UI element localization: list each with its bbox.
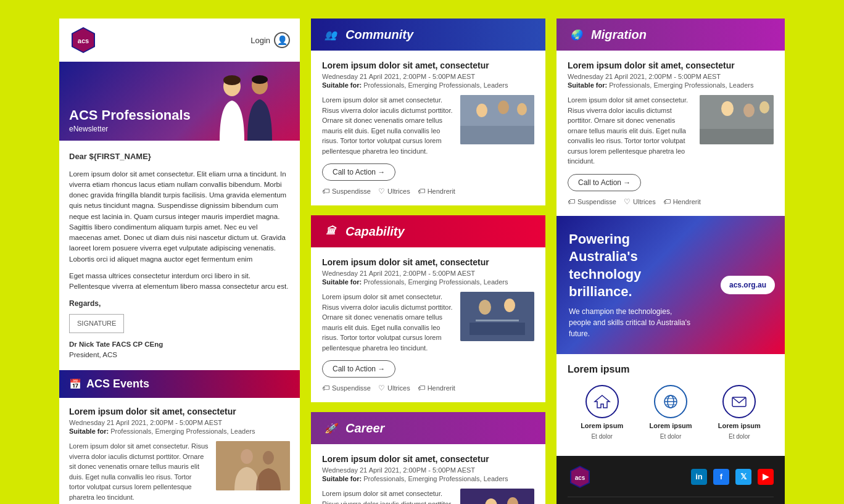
capability-event-text: Lorem ipsum dolor sit amet consectetur. … xyxy=(322,292,453,353)
migration-tags: 🏷 Suspendisse ♡ Ultrices 🏷 Hendrerit xyxy=(568,197,774,206)
svg-rect-16 xyxy=(470,323,525,335)
svg-text:acs: acs xyxy=(575,474,585,481)
facebook-icon[interactable]: f xyxy=(713,469,729,485)
career-suitable-label: Suitable for: xyxy=(322,475,362,482)
event-card: Lorem ipsum dolor sit amet, consectetur … xyxy=(59,398,300,504)
mig-tag-label-3: Hendrerit xyxy=(673,198,701,205)
cap-tag-icon-2: ♡ xyxy=(378,384,385,392)
tag-icon-3: 🏷 xyxy=(418,187,425,196)
user-icon: 👤 xyxy=(274,32,290,48)
capability-title: Capability xyxy=(345,225,405,239)
career-icon: 🚀 xyxy=(322,419,339,437)
tag-icon-1: 🏷 xyxy=(322,187,329,196)
separator-2 xyxy=(311,402,545,412)
capability-header: 🏛 Capability xyxy=(311,215,545,247)
footer-section: acs in f 𝕏 ▶ Lorem ipsum Lorem ipsum dol… xyxy=(556,456,785,504)
migration-cta-button[interactable]: Call to Action → xyxy=(568,174,641,191)
icon-item-3: Lorem ipsum Et dolor xyxy=(718,385,761,440)
suitable-label: Suitable for: xyxy=(69,428,109,435)
salutation: Dear ${FIRST_NAME} xyxy=(69,151,290,163)
community-event-title: Lorem ipsum dolor sit amet, consectetur xyxy=(322,60,534,70)
tag-label-1: Suspendisse xyxy=(332,188,371,195)
career-suitable: Suitable for: Professionals, Emerging Pr… xyxy=(322,475,534,482)
migration-suitable-label: Suitable for: xyxy=(568,81,607,89)
capability-event-date: Wednesday 21 April 2021, 2:00PM - 5:00PM… xyxy=(322,270,534,277)
community-card: Lorem ipsum dolor sit amet, consectetur … xyxy=(311,51,545,205)
community-content-row: Lorem ipsum dolor sit amet consectetur. … xyxy=(322,95,534,156)
lorem-ipsum-section: Lorem ipsum Lorem ipsum Et dolor xyxy=(556,354,785,456)
capability-cta-button[interactable]: Call to Action → xyxy=(322,360,395,378)
mig-tag-label-2: Ultrices xyxy=(633,198,656,205)
svg-point-9 xyxy=(476,104,487,117)
capability-section: 🏛 Capability Lorem ipsum dolor sit amet,… xyxy=(311,215,545,402)
career-section: 🚀 Career Lorem ipsum dolor sit amet, con… xyxy=(311,412,545,504)
promo-link-button[interactable]: acs.org.au xyxy=(721,276,775,294)
globe-icon xyxy=(654,385,687,418)
hero-subtitle: eNewsletter xyxy=(69,125,191,133)
event-date: Wednesday 21 April 2021, 2:00PM - 5:00PM… xyxy=(69,419,290,426)
community-suitable: Suitable for: Professionals, Emerging Pr… xyxy=(322,81,534,89)
events-header: 📅 ACS Events xyxy=(59,370,300,398)
svg-point-4 xyxy=(252,75,268,84)
capability-suitable-label: Suitable for: xyxy=(322,278,362,286)
signer-name: Dr Nick Tate FACS CP CEng xyxy=(69,339,290,350)
youtube-icon[interactable]: ▶ xyxy=(758,469,774,485)
cap-tag-label-3: Hendrerit xyxy=(428,384,455,392)
migration-suitable-values: Professionals, Emerging Professionals, L… xyxy=(609,81,753,89)
icon-item-2: Lorem ipsum Et dolor xyxy=(649,385,692,440)
cap-tag-label-2: Ultrices xyxy=(387,384,410,392)
tag-hendrerit-2: 🏷 Hendrerit xyxy=(418,384,455,392)
letter-body: Dear ${FIRST_NAME} Lorem ipsum dolor sit… xyxy=(59,141,300,370)
icon-item-1: Lorem ipsum Et dolor xyxy=(581,385,623,440)
mig-tag-hendrerit: 🏷 Hendrerit xyxy=(663,197,701,206)
cap-tag-icon-3: 🏷 xyxy=(418,384,425,392)
career-event-title: Lorem ipsum dolor sit amet, consectetur xyxy=(322,454,534,464)
career-content-row: Lorem ipsum dolor sit amet consectetur. … xyxy=(322,489,534,504)
svg-rect-12 xyxy=(460,126,534,144)
linkedin-icon[interactable]: in xyxy=(691,469,707,485)
hero-title: ACS Professionals xyxy=(69,107,191,123)
cap-tag-label-1: Suspendisse xyxy=(332,384,371,392)
migration-event-image xyxy=(700,95,774,144)
event-text: Lorem ipsum dolor sit amet consectetur. … xyxy=(69,441,209,502)
cap-tag-icon-1: 🏷 xyxy=(322,384,329,392)
footer-acs-logo: acs xyxy=(568,465,592,489)
regards: Regards, xyxy=(69,298,290,309)
hero-image xyxy=(195,62,300,141)
calendar-icon: 📅 xyxy=(69,378,81,390)
icon-3-label: Lorem ipsum xyxy=(718,422,761,429)
tag-label-2: Ultrices xyxy=(387,188,410,195)
capability-event-image xyxy=(460,292,534,341)
svg-point-15 xyxy=(504,299,515,312)
icon-2-sublabel: Et dolor xyxy=(660,433,681,440)
svg-point-11 xyxy=(517,103,527,115)
migration-header: 🌏 Migration xyxy=(556,19,785,51)
svg-rect-27 xyxy=(700,129,774,144)
footer-content: Lorem ipsum Lorem ipsum dolor sit amet c… xyxy=(568,497,774,504)
community-header: 👥 Community xyxy=(311,19,545,51)
svg-point-25 xyxy=(743,104,755,117)
tag-icon-2: ♡ xyxy=(378,187,385,196)
svg-point-3 xyxy=(223,75,241,85)
community-event-text: Lorem ipsum dolor sit amet consectetur. … xyxy=(322,95,453,156)
community-section: 👥 Community Lorem ipsum dolor sit amet, … xyxy=(311,19,545,205)
middle-column: 👥 Community Lorem ipsum dolor sit amet, … xyxy=(311,19,545,504)
twitter-icon[interactable]: 𝕏 xyxy=(735,469,751,485)
migration-content-row: Lorem ipsum dolor sit amet consectetur. … xyxy=(568,95,774,167)
mig-tag-suspendisse: 🏷 Suspendisse xyxy=(568,197,616,206)
event-image-placeholder xyxy=(216,441,290,490)
career-event-image xyxy=(460,489,534,504)
footer-top: acs in f 𝕏 ▶ xyxy=(568,465,774,489)
tag-suspendisse-2: 🏷 Suspendisse xyxy=(322,384,371,392)
migration-event-text: Lorem ipsum dolor sit amet consectetur. … xyxy=(568,95,692,167)
community-cta-button[interactable]: Call to Action → xyxy=(322,163,395,181)
community-image-placeholder xyxy=(460,95,534,144)
events-title: ACS Events xyxy=(86,378,149,390)
icon-3-sublabel: Et dolor xyxy=(729,433,750,440)
career-suitable-values: Professionals, Emerging Professionals, L… xyxy=(363,475,508,482)
event-image xyxy=(216,441,290,490)
migration-event-title: Lorem ipsum dolor sit amet, consectetur xyxy=(568,60,774,70)
body-paragraph-1: Lorem ipsum dolor sit amet consectetur. … xyxy=(69,169,290,265)
migration-icon: 🌏 xyxy=(568,26,585,43)
login-button[interactable]: Login 👤 xyxy=(250,32,290,48)
